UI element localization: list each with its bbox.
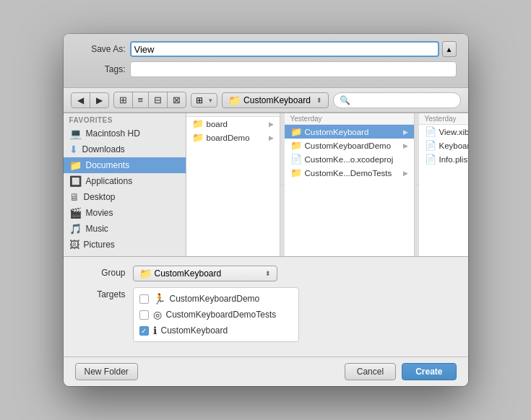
save-as-input[interactable] bbox=[130, 41, 439, 57]
target-icon-demo: 🏃 bbox=[153, 293, 165, 305]
group-folder-icon: 📁 bbox=[139, 268, 152, 279]
new-folder-button[interactable]: New Folder bbox=[75, 363, 138, 380]
sidebar-item-label: Music bbox=[86, 224, 108, 234]
target-label-demo: CustomKeyboardDemo bbox=[170, 294, 260, 304]
sidebar-item-macintosh-hd[interactable]: 💻 Macintosh HD bbox=[64, 126, 186, 141]
music-icon: 🎵 bbox=[69, 223, 82, 235]
arrange-dropdown[interactable]: ⊞ ▾ bbox=[191, 93, 217, 108]
file-item-customkeyboarddemo[interactable]: 📁 CustomKeyboardDemo ▶ bbox=[285, 139, 414, 152]
file-item-boarddemo[interactable]: 📁 boardDemo ▶ bbox=[186, 131, 280, 144]
sidebar-item-pictures[interactable]: 🖼 Pictures bbox=[64, 237, 186, 253]
view-buttons: ⊞ ≡ ⊟ ⊠ bbox=[113, 92, 187, 108]
file-icon: 📄 bbox=[425, 126, 436, 137]
tags-row: Tags: bbox=[75, 61, 457, 77]
targets-list: 🏃 CustomKeyboardDemo ◎ CustomKeyboardDem… bbox=[133, 287, 299, 342]
location-label: CustomKeyboard bbox=[243, 95, 311, 105]
toolbar: ◀ ▶ ⊞ ≡ ⊟ ⊠ ⊞ ▾ 📁 CustomKeyboard ⬍ bbox=[64, 88, 468, 113]
file-item-viewxib[interactable]: 📄 View.xib bbox=[419, 125, 468, 139]
pictures-icon: 🖼 bbox=[69, 239, 79, 250]
sidebar-item-label: Macintosh HD bbox=[86, 128, 140, 139]
list-view-button[interactable]: ≡ bbox=[133, 92, 150, 108]
group-dropdown-arrow: ⬍ bbox=[265, 270, 271, 277]
nav-buttons: ◀ ▶ bbox=[71, 92, 109, 108]
file-icon: 📄 bbox=[425, 140, 436, 151]
location-dropdown[interactable]: 📁 CustomKeyboard ⬍ bbox=[222, 92, 329, 108]
footer: New Folder Cancel Create bbox=[64, 356, 468, 386]
folder-icon: 📁 bbox=[192, 118, 204, 129]
chevron-icon: ▶ bbox=[269, 134, 274, 141]
tags-input[interactable] bbox=[130, 61, 457, 77]
file-item-infoplist[interactable]: 📄 Info.plist bbox=[419, 152, 468, 166]
sidebar-item-desktop[interactable]: 🖥 Desktop bbox=[64, 189, 186, 205]
sidebar-item-documents[interactable]: 📁 Documents bbox=[64, 157, 186, 173]
file-icon: 📄 bbox=[290, 154, 302, 165]
file-item-xcodeproj[interactable]: 📄 CustomKe...o.xcodeproj bbox=[285, 152, 414, 166]
folder-icon: 📁 bbox=[290, 140, 302, 151]
save-as-label: Save As: bbox=[75, 44, 126, 54]
file-column-3: Yesterday 📄 View.xib 📄 KeyboardV...rolle… bbox=[419, 113, 468, 256]
applications-icon: 🔲 bbox=[69, 175, 82, 187]
file-columns: 📁 board ▶ 📁 boardDemo ▶ ⋮ Yesterday 📁 Cu… bbox=[186, 113, 468, 256]
up-button[interactable]: ▲ bbox=[442, 41, 457, 57]
sidebar-section-header: FAVORITES bbox=[64, 113, 186, 126]
target-item-customkeyboarddemotests[interactable]: ◎ CustomKeyboardDemoTests bbox=[134, 307, 298, 323]
target-checkbox-demo[interactable] bbox=[139, 294, 149, 304]
title-bar: Save As: ▲ Tags: bbox=[64, 34, 468, 88]
gallery-view-button[interactable]: ⊠ bbox=[168, 92, 186, 108]
targets-row: Targets 🏃 CustomKeyboardDemo ◎ CustomKey… bbox=[75, 287, 457, 342]
file-item-label: CustomKe...DemoTests bbox=[305, 169, 392, 178]
col3-header: Yesterday bbox=[419, 113, 468, 125]
sidebar-item-applications[interactable]: 🔲 Applications bbox=[64, 173, 186, 189]
file-item-board[interactable]: 📁 board ▶ bbox=[186, 117, 280, 131]
group-targets-section: Group 📁 CustomKeyboard ⬍ Targets 🏃 Custo… bbox=[64, 257, 468, 356]
sidebar-item-movies[interactable]: 🎬 Movies bbox=[64, 205, 186, 221]
target-icon-demotests: ◎ bbox=[153, 309, 162, 320]
hd-icon: 💻 bbox=[69, 128, 82, 139]
sidebar-item-label: Desktop bbox=[84, 192, 116, 202]
desktop-icon: 🖥 bbox=[69, 191, 79, 203]
file-item-label: board bbox=[207, 120, 228, 128]
targets-label: Targets bbox=[75, 287, 126, 299]
file-item-label: CustomKeyboardDemo bbox=[305, 141, 392, 150]
file-column-2: Yesterday 📁 CustomKeyboard ▶ 📁 CustomKey… bbox=[285, 113, 415, 256]
folder-icon: 📁 bbox=[290, 167, 302, 178]
sidebar-item-music[interactable]: 🎵 Music bbox=[64, 221, 186, 237]
chevron-icon: ▶ bbox=[403, 170, 408, 177]
create-button[interactable]: Create bbox=[402, 363, 456, 380]
back-button[interactable]: ◀ bbox=[72, 93, 90, 108]
sidebar-item-downloads[interactable]: ⬇ Downloads bbox=[64, 141, 186, 157]
file-item-label: Info.plist bbox=[439, 155, 468, 164]
file-column-1: 📁 board ▶ 📁 boardDemo ▶ bbox=[186, 113, 280, 256]
file-icon: 📄 bbox=[425, 154, 436, 165]
folder-icon: 📁 bbox=[192, 132, 204, 143]
target-icon-ck: ℹ bbox=[153, 325, 157, 336]
target-item-customkeyboarddemo[interactable]: 🏃 CustomKeyboardDemo bbox=[134, 291, 298, 307]
download-icon: ⬇ bbox=[69, 144, 78, 155]
group-dropdown[interactable]: 📁 CustomKeyboard ⬍ bbox=[133, 266, 277, 281]
location-arrow: ⬍ bbox=[316, 97, 322, 104]
column-view-button[interactable]: ⊟ bbox=[149, 92, 168, 108]
chevron-icon: ▶ bbox=[269, 121, 274, 128]
sidebar-item-label: Pictures bbox=[84, 240, 115, 250]
group-label: Group bbox=[75, 266, 126, 278]
file-item-demotests[interactable]: 📁 CustomKe...DemoTests ▶ bbox=[285, 166, 414, 180]
icon-view-button[interactable]: ⊞ bbox=[114, 92, 133, 108]
location-folder-icon: 📁 bbox=[228, 95, 241, 106]
save-as-row: Save As: ▲ bbox=[75, 41, 457, 57]
tags-label: Tags: bbox=[75, 64, 126, 74]
file-item-label: boardDemo bbox=[207, 134, 250, 142]
save-dialog: Save As: ▲ Tags: ◀ ▶ ⊞ ≡ ⊟ ⊠ ⊞ ▾ 📁 Custo… bbox=[64, 34, 468, 386]
sidebar-item-label: Movies bbox=[86, 208, 113, 218]
group-row: Group 📁 CustomKeyboard ⬍ bbox=[75, 266, 457, 281]
file-item-label: CustomKe...o.xcodeproj bbox=[305, 155, 394, 164]
cancel-button[interactable]: Cancel bbox=[345, 363, 396, 380]
file-item-customkeyboard[interactable]: 📁 CustomKeyboard ▶ bbox=[285, 125, 414, 139]
target-checkbox-ck[interactable]: ✓ bbox=[139, 326, 149, 336]
search-input[interactable] bbox=[333, 92, 461, 108]
target-checkbox-demotests[interactable] bbox=[139, 310, 149, 320]
forward-button[interactable]: ▶ bbox=[90, 93, 108, 108]
file-item-label: View.xib bbox=[439, 128, 468, 136]
file-item-keyboardroller[interactable]: 📄 KeyboardV...roller.swift bbox=[419, 139, 468, 152]
chevron-icon: ▶ bbox=[403, 128, 408, 136]
target-item-customkeyboard[interactable]: ✓ ℹ CustomKeyboard bbox=[134, 323, 298, 338]
